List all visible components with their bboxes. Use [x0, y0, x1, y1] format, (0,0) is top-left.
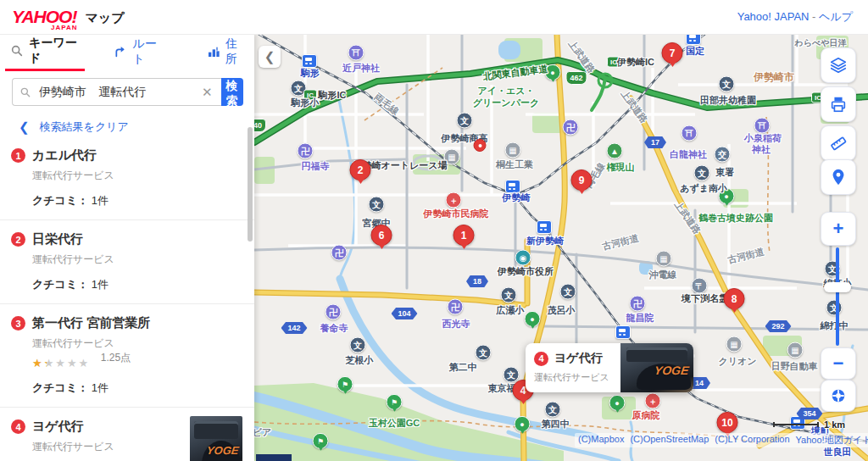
result-title: カエル代行: [32, 147, 242, 163]
tab-keyword[interactable]: キーワード: [5, 33, 85, 71]
company-icon: ▦: [787, 342, 804, 358]
map-pin-10[interactable]: 10: [717, 412, 738, 433]
school-icon: 文: [694, 165, 710, 181]
map-pin-2[interactable]: 2: [350, 159, 371, 181]
result-item-4[interactable]: 4 ヨゲ代行 運転代行サービス YOGE: [0, 408, 254, 461]
openstreetmap-link[interactable]: (C)OpenStreetMap: [630, 434, 709, 447]
map-pin-1[interactable]: 1: [453, 225, 475, 246]
result-rating-row: ★★★★★ ★★★★★ 1.25点: [32, 351, 242, 370]
clear-results-row[interactable]: ❮ 検索結果をクリア: [19, 119, 254, 135]
map-pin-small[interactable]: [474, 139, 487, 152]
result-item-1[interactable]: 1 カエル代行 運転代行サービス クチコミ： 1件: [0, 136, 254, 220]
map-label: 国定: [686, 45, 704, 58]
rating-value: 1.25点: [101, 352, 131, 364]
route-badge-354: 354: [796, 408, 822, 419]
help-link[interactable]: ヘルプ: [819, 10, 853, 23]
golf-pin-icon: ⚑: [337, 376, 353, 392]
zoom-slider-handle[interactable]: [824, 282, 851, 292]
map-popup-yoge[interactable]: 4 ヨゲ代行 運転代行サービス YOGE: [526, 343, 693, 392]
route-badge-462: 462: [565, 71, 587, 85]
ly-corporation-link[interactable]: (C)LY Corporation: [715, 434, 789, 447]
tab-keyword-label: キーワード: [29, 36, 80, 66]
result-title: 第一代行 宮前営業所: [32, 315, 242, 330]
review-count: 1件: [92, 381, 108, 394]
route-badge-292: 292: [765, 320, 791, 332]
search-row: ✕ 検索: [12, 78, 242, 106]
route-badge-104: 104: [391, 308, 417, 319]
back-chevron-icon: ❮: [19, 119, 30, 135]
scale-bar: [773, 422, 819, 427]
park-pin-icon: ●: [515, 416, 531, 432]
clear-input-icon[interactable]: ✕: [200, 85, 214, 100]
link-separator: -: [812, 10, 815, 23]
gov-icon: ◉: [515, 250, 531, 266]
plus-icon: +: [833, 218, 844, 240]
review-label: クチコミ：: [32, 381, 88, 394]
map-pin-8[interactable]: 8: [724, 288, 745, 309]
school-icon: 文: [826, 300, 843, 316]
map-label: 田部井幼稚園: [700, 94, 756, 107]
tab-route[interactable]: ルート: [108, 34, 167, 69]
map-label: 伊勢崎市: [754, 70, 794, 85]
map-guideline-link[interactable]: Yahoo!地図ガイドライン: [796, 434, 868, 447]
search-tabs: キーワード ルート 住所: [0, 34, 254, 69]
header-links: Yahoo! JAPAN - ヘルプ: [737, 9, 853, 25]
temple-icon: 卍: [563, 119, 579, 136]
map-label: 第四中: [542, 418, 570, 430]
map-label: 伊勢崎市役所: [498, 265, 554, 278]
result-item-3[interactable]: 3 第一代行 宮前営業所 運転代行サービス ★★★★★ ★★★★★ 1.25点 …: [0, 304, 254, 408]
zoom-slider-track[interactable]: [836, 247, 839, 346]
result-category: 運転代行サービス: [32, 169, 242, 183]
golf-pin-icon: ⚑: [387, 394, 403, 410]
zoom-in-button[interactable]: +: [821, 212, 856, 246]
map-label: 広瀬小: [497, 304, 525, 317]
map-label: 東署: [715, 166, 734, 179]
map-pin-icon: [829, 168, 848, 186]
map-label: 茂呂小: [548, 304, 576, 317]
school-icon: 文: [501, 287, 517, 303]
route-badge-142: 142: [281, 322, 307, 334]
yahoo-japan-link[interactable]: Yahoo! JAPAN: [737, 10, 810, 23]
map-label: 白龍神社: [670, 148, 707, 161]
chevron-left-icon: ❮: [264, 49, 275, 64]
print-button[interactable]: [821, 86, 856, 122]
map-label: 玉村公園GC: [369, 417, 420, 430]
hospital-icon: ＋: [645, 393, 661, 409]
layers-button[interactable]: [821, 47, 856, 83]
school-icon: 文: [350, 337, 366, 353]
park-pin-icon: ●: [525, 311, 541, 327]
current-location-button[interactable]: [821, 380, 856, 412]
review-count: 1件: [92, 194, 108, 207]
mountain-icon: ▲: [607, 143, 623, 159]
result-item-2[interactable]: 2 日栄代行 運転代行サービス クチコミ： 1件: [0, 220, 254, 304]
temple-icon: 卍: [448, 299, 464, 315]
tab-address[interactable]: 住所: [202, 34, 249, 69]
map-canvas[interactable]: 駒形近戸神社駒形IC駒形小北関東自動車道両毛線両毛線アイ・エス・グリーンパーク円…: [254, 34, 868, 461]
tab-address-label: 住所: [225, 36, 244, 67]
station-icon: [686, 34, 701, 45]
map-label: 養命寺: [320, 322, 348, 335]
zoom-out-button[interactable]: −: [821, 347, 856, 380]
search-sidebar: キーワード ルート 住所 ✕: [0, 34, 254, 461]
search-input-icon: [19, 86, 31, 98]
search-box[interactable]: ✕: [12, 78, 221, 106]
drop-pin-button[interactable]: [821, 159, 856, 195]
police-icon: 交: [715, 147, 731, 163]
school-icon: 文: [476, 345, 492, 361]
collapse-sidebar-button[interactable]: ❮: [259, 46, 281, 68]
measure-button[interactable]: [821, 125, 856, 161]
partial-bottom-element: [256, 454, 292, 461]
map-pin-7[interactable]: 7: [662, 42, 683, 64]
yahoo-japan-logo[interactable]: YAHOO! JAPAN: [12, 7, 76, 27]
map-label: クリオン: [718, 355, 756, 368]
search-button[interactable]: 検索: [221, 78, 243, 106]
mapbox-link[interactable]: (C)Mapbox: [578, 434, 624, 447]
sidebar-scrollbar[interactable]: [248, 127, 253, 242]
popup-category: 運転代行サービス: [534, 371, 620, 384]
map-pin-9[interactable]: 9: [571, 169, 593, 191]
search-input[interactable]: [37, 85, 194, 100]
map-label: 権現山: [607, 161, 635, 174]
map-label: 西光寺: [442, 318, 470, 330]
map-pin-6[interactable]: 6: [371, 225, 392, 246]
result-review: クチコミ： 1件: [32, 193, 242, 208]
